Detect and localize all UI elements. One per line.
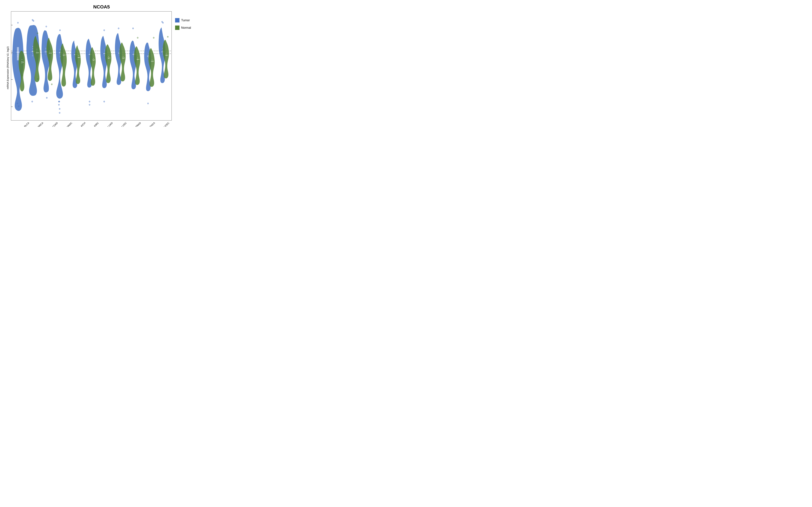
svg-rect-86 — [162, 54, 163, 54]
svg-rect-89 — [166, 56, 166, 56]
svg-rect-27 — [49, 51, 50, 51]
outlier — [133, 28, 134, 29]
x-label-prad: PRAD — [135, 121, 141, 127]
outlier — [161, 21, 163, 22]
x-label-kich: KICH — [80, 121, 86, 127]
svg-rect-12 — [32, 48, 33, 49]
svg-rect-58 — [108, 56, 109, 57]
svg-rect-77 — [148, 56, 149, 56]
outlier — [58, 104, 59, 105]
svg-rect-59 — [108, 58, 109, 59]
svg-rect-23 — [45, 50, 46, 50]
svg-rect-83 — [162, 48, 163, 49]
x-label-hnsc: HNSC — [66, 121, 72, 127]
outlier — [17, 22, 18, 23]
legend-normal-box — [175, 25, 180, 30]
svg-rect-47 — [90, 53, 90, 53]
outlier — [89, 101, 90, 102]
x-label-blca: BLCA — [23, 121, 30, 127]
outlier — [148, 103, 149, 104]
svg-rect-66 — [123, 56, 123, 57]
svg-rect-8 — [22, 61, 22, 61]
svg-rect-18 — [37, 49, 37, 49]
x-label-ucec: UCEC — [163, 121, 170, 127]
outlier — [59, 108, 60, 110]
svg-rect-61 — [119, 49, 119, 49]
svg-rect-7 — [22, 59, 22, 60]
svg-rect-73 — [137, 58, 138, 58]
outlier — [46, 97, 47, 98]
svg-rect-50 — [93, 58, 94, 59]
x-label-brca: BRCA — [37, 121, 44, 127]
legend-normal-label: Normal — [181, 26, 191, 30]
svg-rect-56 — [104, 56, 105, 56]
outlier — [51, 83, 52, 85]
outlier — [59, 30, 60, 31]
svg-rect-13 — [32, 50, 33, 50]
outlier — [32, 19, 33, 20]
outlier — [118, 28, 119, 29]
svg-rect-76 — [148, 54, 149, 54]
svg-rect-22 — [45, 48, 46, 49]
svg-rect-9 — [22, 63, 22, 63]
x-label-lusc: LUSC — [121, 121, 127, 127]
x-label-coad: COAD — [52, 121, 58, 127]
plot-svg: 8 9 10 11 — [11, 11, 171, 120]
svg-rect-54 — [104, 52, 105, 52]
outlier — [46, 26, 47, 27]
svg-rect-46 — [90, 51, 90, 51]
svg-rect-16 — [32, 56, 33, 56]
svg-rect-14 — [32, 52, 33, 52]
svg-rect-67 — [123, 58, 123, 59]
outlier — [104, 30, 105, 31]
legend-normal: Normal — [175, 25, 199, 30]
chart-container: NCOA5 mRNA Expression (RNASeq V2, log2) — [4, 3, 199, 124]
svg-rect-19 — [37, 51, 37, 51]
legend-tumor-label: Tumor — [181, 18, 190, 22]
outlier — [162, 22, 163, 23]
y-axis-label: mRNA Expression (RNASeq V2, log2) — [4, 11, 11, 124]
svg-rect-64 — [119, 55, 119, 55]
svg-rect-25 — [45, 54, 46, 54]
svg-rect-51 — [93, 60, 94, 61]
x-label-thca: THCA — [149, 121, 155, 127]
svg-rect-53 — [104, 50, 105, 50]
chart-title: NCOA5 — [93, 4, 110, 10]
outlier — [32, 101, 33, 102]
outlier — [59, 112, 60, 113]
svg-rect-15 — [32, 54, 33, 54]
violin-hnsc-tumor — [56, 34, 63, 99]
svg-rect-37 — [63, 56, 64, 56]
svg-rect-71 — [134, 56, 134, 56]
legend: Tumor Normal — [172, 11, 199, 120]
outlier — [33, 20, 34, 21]
outlier — [167, 36, 168, 38]
legend-tumor-box — [175, 18, 180, 22]
legend-tumor: Tumor — [175, 18, 199, 22]
svg-rect-36 — [63, 54, 64, 54]
svg-rect-62 — [119, 51, 119, 51]
plot-area: 8 9 10 11 — [11, 11, 172, 120]
svg-rect-69 — [134, 52, 134, 52]
x-label-luad: LUAD — [107, 121, 113, 127]
x-axis-labels: BLCA BRCA COAD HNSC KICH KIRC LUAD LUSC … — [11, 120, 199, 124]
x-labels-container: BLCA BRCA COAD HNSC KICH KIRC LUAD LUSC … — [18, 120, 172, 124]
svg-rect-74 — [137, 60, 138, 60]
svg-rect-30 — [60, 49, 60, 49]
svg-rect-5 — [17, 47, 19, 60]
svg-rect-80 — [152, 60, 152, 60]
outlier — [153, 37, 154, 38]
svg-rect-11 — [32, 46, 33, 47]
svg-rect-81 — [152, 61, 152, 62]
svg-rect-31 — [60, 51, 60, 51]
outlier — [89, 104, 90, 105]
svg-rect-43 — [78, 56, 79, 56]
outlier — [104, 101, 105, 102]
x-label-kirc: KIRC — [93, 121, 99, 127]
svg-rect-88 — [166, 54, 166, 54]
svg-rect-70 — [134, 54, 134, 54]
outlier — [137, 37, 138, 38]
